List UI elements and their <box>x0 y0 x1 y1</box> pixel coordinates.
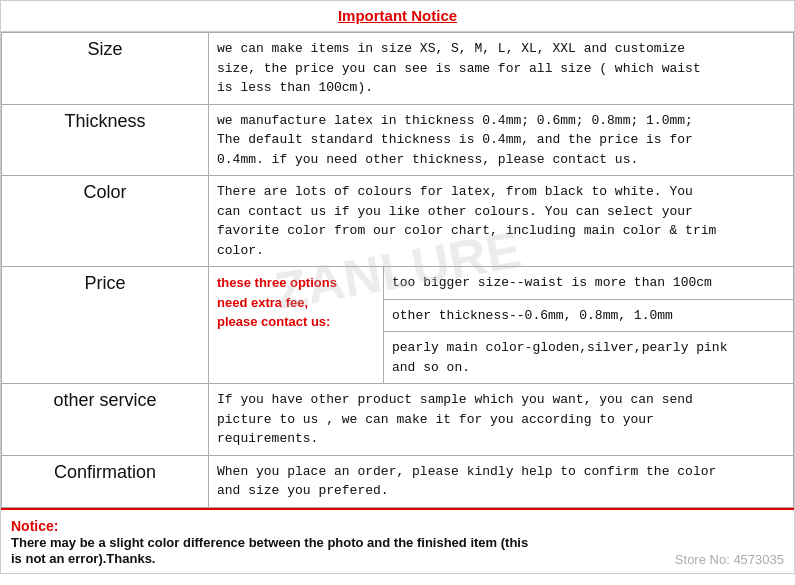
size-content: we can make items in size XS, S, M, L, X… <box>209 33 794 105</box>
price-label: Price <box>2 267 209 384</box>
price-option-3: pearly main color-gloden,silver,pearly p… <box>384 332 793 383</box>
bottom-row: Notice: There may be a slight color diff… <box>11 518 784 567</box>
thickness-label: Thickness <box>2 104 209 176</box>
price-middle-text: these three options need extra fee, plea… <box>209 267 384 384</box>
bottom-notice: Notice: There may be a slight color diff… <box>1 508 794 573</box>
notice-label: Notice: <box>11 518 58 534</box>
table-row: other service If you have other product … <box>2 384 794 456</box>
title-row: Important Notice <box>1 1 794 32</box>
confirmation-label: Confirmation <box>2 455 209 507</box>
page-title: Important Notice <box>338 7 457 24</box>
color-content: There are lots of colours for latex, fro… <box>209 176 794 267</box>
info-table: Size we can make items in size XS, S, M,… <box>1 32 794 508</box>
notice-text-block: Notice: There may be a slight color diff… <box>11 518 528 567</box>
notice-body: There may be a slight color difference b… <box>11 535 528 566</box>
price-right-cell: too bigger size--waist is more than 100c… <box>384 267 794 384</box>
table-row: Confirmation When you place an order, pl… <box>2 455 794 507</box>
table-container: ZANLURE Size we can make items in size X… <box>1 32 794 508</box>
thickness-content: we manufacture latex in thickness 0.4mm;… <box>209 104 794 176</box>
price-option-2: other thickness--0.6mm, 0.8mm, 1.0mm <box>384 300 793 333</box>
table-row: Thickness we manufacture latex in thickn… <box>2 104 794 176</box>
size-label: Size <box>2 33 209 105</box>
color-label: Color <box>2 176 209 267</box>
table-row: Color There are lots of colours for late… <box>2 176 794 267</box>
table-row: Size we can make items in size XS, S, M,… <box>2 33 794 105</box>
confirmation-content: When you place an order, please kindly h… <box>209 455 794 507</box>
price-row: Price these three options need extra fee… <box>2 267 794 384</box>
main-container: Important Notice ZANLURE Size we can mak… <box>0 0 795 574</box>
other-service-label: other service <box>2 384 209 456</box>
price-option-1: too bigger size--waist is more than 100c… <box>384 267 793 300</box>
store-number: Store No: 4573035 <box>664 552 784 567</box>
other-service-content: If you have other product sample which y… <box>209 384 794 456</box>
